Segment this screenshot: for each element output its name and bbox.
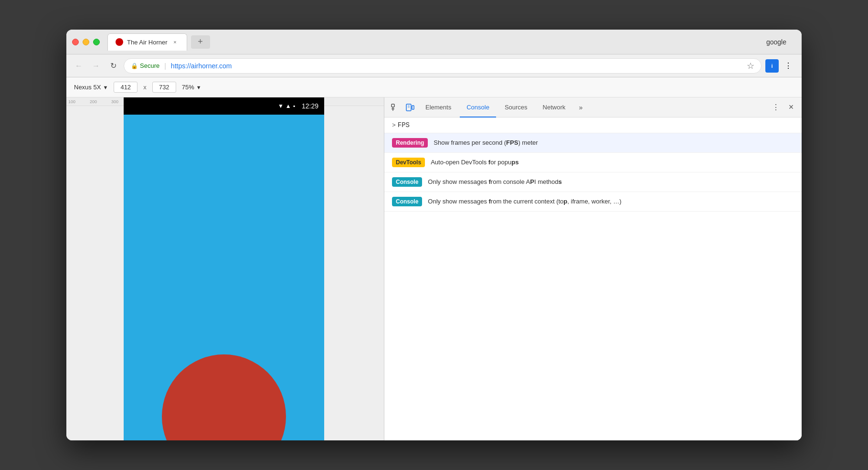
svg-rect-5 — [412, 106, 414, 109]
device-dropdown-icon: ▼ — [103, 85, 108, 90]
new-tab-button[interactable]: + — [191, 35, 210, 49]
device-toolbar: Nexus 5X ▼ 412 x 732 75% ▼ — [66, 77, 802, 97]
autocomplete-item[interactable]: Console Only show messages from the curr… — [384, 192, 802, 212]
tab-favicon — [116, 38, 123, 46]
console-input-area: > — [384, 118, 802, 133]
url-text: https://airhorner.com — [171, 62, 232, 70]
status-icons: ▼ ▲ ▪ — [278, 103, 295, 109]
battery-icon: ▪ — [293, 103, 295, 109]
secure-label: Secure — [140, 62, 159, 69]
signal-icon: ▲ — [286, 103, 291, 109]
device-selector[interactable]: Nexus 5X ▼ — [74, 84, 108, 91]
wifi-icon: ▼ — [278, 103, 284, 109]
autocomplete-text-4: Only show messages from the current cont… — [428, 197, 621, 206]
lock-icon: 🔒 — [131, 63, 138, 69]
more-tabs-button[interactable]: » — [574, 101, 587, 114]
autocomplete-item[interactable]: DevTools Auto-open DevTools for popups — [384, 153, 802, 172]
more-icon: ⋮ — [784, 61, 792, 70]
extension-icon[interactable]: i — [765, 59, 779, 73]
autocomplete-item[interactable]: Console Only show messages from console … — [384, 172, 802, 192]
autocomplete-item[interactable]: Rendering Show frames per second (FPS) m… — [384, 133, 802, 153]
autocomplete-text-2: Auto-open DevTools for popups — [431, 158, 519, 167]
title-bar: The Air Horner × + google — [66, 30, 802, 54]
forward-button[interactable]: → — [89, 59, 103, 73]
refresh-icon: ↻ — [110, 61, 116, 70]
devtools-close-button[interactable]: × — [784, 101, 798, 114]
google-search-text: google — [766, 38, 796, 46]
console-prompt: > — [392, 122, 396, 129]
browser-window: The Air Horner × + google ← → ↻ 🔒 Secure — [66, 30, 802, 440]
devtools-panel: Elements Console Sources Network » ⋮ × — [384, 97, 802, 440]
console-input[interactable] — [398, 121, 794, 129]
mobile-content — [124, 115, 324, 440]
device-name: Nexus 5X — [74, 84, 101, 91]
status-time: 12:29 — [302, 102, 318, 110]
close-button[interactable] — [72, 39, 79, 45]
tab-network[interactable]: Network — [536, 97, 572, 118]
autocomplete-list: Rendering Show frames per second (FPS) m… — [384, 133, 802, 440]
zoom-selector[interactable]: 75% ▼ — [182, 84, 201, 91]
badge-rendering: Rendering — [392, 138, 428, 148]
zoom-level: 75% — [182, 84, 194, 91]
back-icon: ← — [75, 62, 83, 70]
svg-rect-0 — [392, 104, 394, 107]
devtools-close-icon: × — [789, 102, 794, 112]
devtools-toolbar: Elements Console Sources Network » ⋮ × — [384, 97, 802, 118]
secure-badge: 🔒 Secure — [131, 62, 159, 69]
height-input[interactable]: 732 — [152, 82, 176, 93]
content-area: 100 200 300 400 500 600 ▼ ▲ ▪ 12:29 — [66, 97, 802, 440]
autocomplete-text-1: Show frames per second (FPS) meter — [434, 139, 538, 147]
maximize-button[interactable] — [93, 39, 100, 45]
mobile-screen: ▼ ▲ ▪ 12:29 — [124, 97, 324, 440]
mobile-status-bar: ▼ ▲ ▪ 12:29 — [124, 97, 324, 115]
url-divider: | — [164, 62, 166, 70]
badge-devtools: DevTools — [392, 158, 425, 167]
toolbar-icons: i ⋮ — [765, 58, 796, 74]
width-input[interactable]: 412 — [114, 82, 138, 93]
refresh-button[interactable]: ↻ — [106, 59, 120, 73]
more-button[interactable]: ⋮ — [781, 58, 796, 74]
dimension-separator: x — [143, 84, 147, 91]
omnibar: ← → ↻ 🔒 Secure | https://airhorner.com ☆… — [66, 54, 802, 77]
svg-rect-4 — [408, 105, 410, 108]
bookmark-icon[interactable]: ☆ — [747, 61, 754, 71]
autocomplete-text-3: Only show messages from console API meth… — [428, 178, 561, 186]
forward-icon: → — [92, 62, 100, 70]
minimize-button[interactable] — [83, 39, 89, 45]
badge-console-1: Console — [392, 177, 422, 187]
address-bar[interactable]: 🔒 Secure | https://airhorner.com ☆ — [124, 58, 762, 74]
devtools-more-button[interactable]: ⋮ — [769, 101, 783, 114]
traffic-lights — [72, 39, 100, 45]
red-circle — [162, 354, 286, 440]
tab-elements[interactable]: Elements — [419, 97, 458, 118]
zoom-dropdown-icon: ▼ — [196, 85, 201, 90]
tab-close-button[interactable]: × — [171, 38, 179, 46]
device-emulation-button[interactable] — [403, 101, 417, 114]
tab-bar: The Air Horner × + — [107, 33, 766, 51]
tab-title: The Air Horner — [127, 39, 168, 46]
badge-console-2: Console — [392, 197, 422, 206]
tab-console[interactable]: Console — [460, 97, 496, 118]
active-tab[interactable]: The Air Horner × — [107, 33, 187, 51]
viewport: 100 200 300 400 500 600 ▼ ▲ ▪ 12:29 — [66, 97, 384, 440]
devtools-more-icon: ⋮ — [772, 103, 780, 112]
inspect-element-button[interactable] — [388, 101, 402, 114]
back-button[interactable]: ← — [72, 59, 85, 73]
tab-sources[interactable]: Sources — [498, 97, 534, 118]
